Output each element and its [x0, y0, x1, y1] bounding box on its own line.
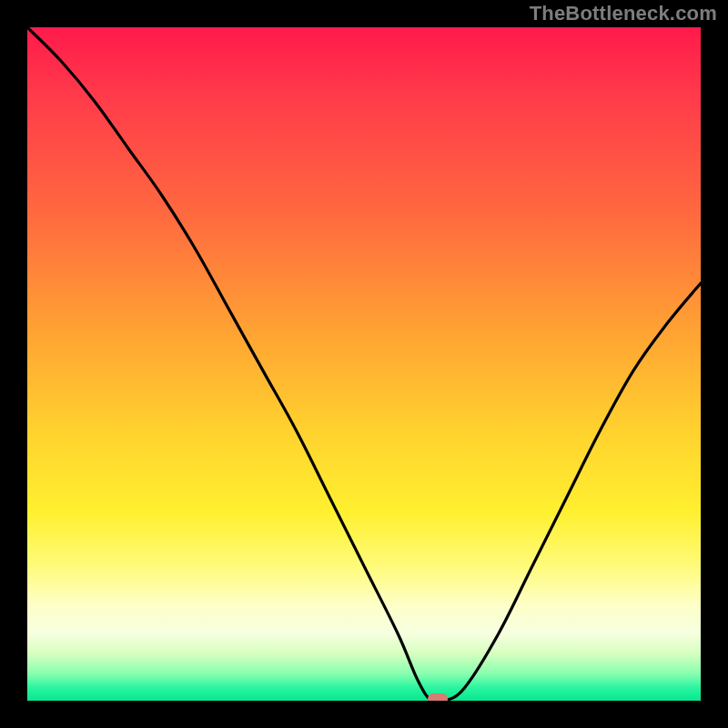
optimal-marker — [428, 693, 448, 701]
watermark-text: TheBottleneck.com — [530, 2, 717, 25]
plot-area — [27, 27, 701, 701]
bottleneck-curve — [27, 27, 701, 701]
chart-frame: TheBottleneck.com — [0, 0, 728, 728]
curve-path — [27, 27, 701, 701]
